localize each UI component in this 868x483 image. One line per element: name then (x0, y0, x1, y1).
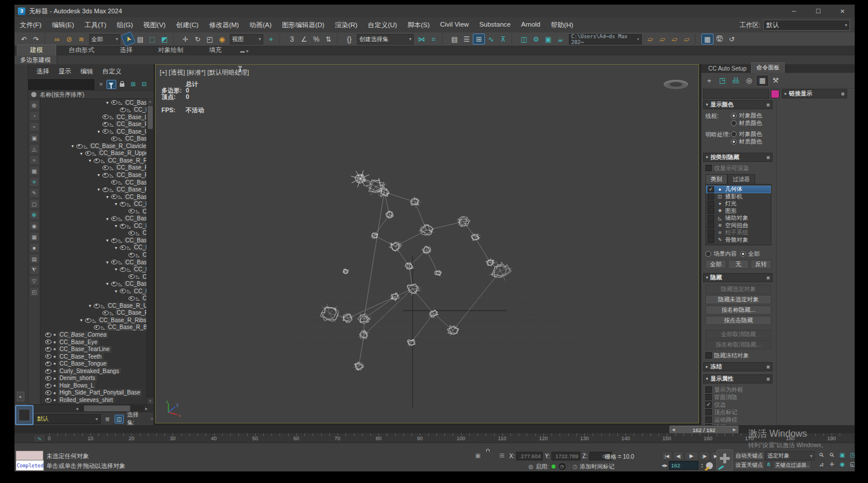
menu-修改器M[interactable]: 修改器(M) (204, 21, 244, 30)
angle-snap-icon[interactable]: ∠ (298, 34, 310, 45)
filter-icon[interactable] (106, 80, 116, 89)
expand-arrow-icon[interactable]: ▼ (70, 144, 75, 148)
close-button[interactable]: ✕ (830, 5, 855, 17)
visibility-eye-icon[interactable] (120, 202, 126, 207)
visibility-eye-icon[interactable] (120, 245, 126, 250)
select-place-icon[interactable]: ◉ (216, 34, 228, 45)
selection-filter-icon[interactable]: ■ (30, 243, 39, 253)
tree-row[interactable]: ●CC_Base_Eye (41, 338, 146, 346)
tree-row[interactable]: ◺CC_Base_R_Upper (41, 309, 146, 317)
button-按点击隐藏[interactable]: 按点击隐藏 (705, 316, 771, 325)
visibility-eye-icon[interactable] (120, 108, 126, 112)
tree-row[interactable]: ▼◺CC_Base_R_Forea (41, 171, 146, 179)
menu-渲染R[interactable]: 渲染(R) (330, 21, 363, 30)
category-图形[interactable]: ❖图形 (706, 208, 771, 215)
key-filters-icon[interactable]: ⋔ (766, 461, 771, 467)
category-辅助对象[interactable]: ◺辅助对象 (706, 215, 771, 222)
rollout-header-freeze[interactable]: ▸冻结 (703, 362, 773, 371)
zoom-extents-icon[interactable]: ▣ (837, 451, 847, 459)
visibility-eye-icon[interactable] (111, 260, 117, 264)
visibility-eye-icon[interactable] (102, 165, 109, 170)
category-灯光[interactable]: ✦灯光 (706, 200, 771, 208)
note-icon[interactable]: ▤ (30, 254, 39, 264)
tab-对象绘制[interactable]: 对象绘制 (145, 45, 196, 56)
tab-CC Auto Setup[interactable]: CC Auto Setup (704, 65, 751, 73)
scroll-thumb[interactable] (148, 106, 153, 129)
link-icon[interactable]: ∞ (51, 34, 63, 45)
tree-row[interactable]: ▼◺CC_Base_R_Mi (41, 215, 146, 223)
tree-row[interactable]: ◺CC_Base_R_Breast (41, 324, 146, 331)
key-filters-button[interactable]: 关键点过滤器.. (773, 460, 811, 470)
expand-arrow-icon[interactable]: ▼ (87, 158, 93, 163)
rollout-header-display-color[interactable]: ▾显示颜色 (703, 100, 773, 109)
visibility-eye-icon[interactable] (120, 289, 126, 293)
rollout-header-hide-by-category[interactable]: ▾按类别隐藏 (703, 153, 773, 162)
expand-arrow-icon[interactable]: ▼ (113, 202, 119, 206)
tree-row[interactable]: ▼◺CC_Base_R_Upperar (41, 302, 146, 309)
visibility-eye-icon[interactable] (45, 347, 52, 352)
selected-objects-dropdown[interactable]: 选定对象▾ (765, 451, 815, 460)
set-key-mode-button[interactable]: 设置关键点 (734, 460, 765, 470)
shaded-option-对象颜色[interactable]: 对象颜色 (731, 130, 762, 138)
category-摄影机[interactable]: ◫摄影机 (706, 193, 771, 201)
spacewarp-filter-icon[interactable]: ≈ (30, 155, 39, 165)
menu-工具T[interactable]: 工具(T) (79, 21, 112, 30)
collapse-all-icon[interactable]: ⊟ (139, 80, 149, 89)
spinner-snap-icon[interactable]: ⇅ (322, 34, 334, 45)
hscroll-thumb[interactable] (84, 405, 130, 411)
prop-背面消隐[interactable]: 背面消隐 (705, 393, 771, 401)
visibility-eye-icon[interactable] (102, 187, 109, 192)
render-setup-icon[interactable]: ⚙ (530, 34, 542, 45)
tree-row[interactable]: ●Denim_shorts (41, 375, 146, 382)
project-path-dropdown[interactable]: C:\Users\Ad⋯ds Max 202⋯▾ (569, 34, 642, 45)
hierarchy-icon[interactable]: 品 (729, 75, 742, 87)
frame-step-icons[interactable]: ◀▶ (661, 463, 668, 468)
explorer-menu-自定义[interactable]: 自定义 (102, 67, 122, 76)
selection-set-dropdown[interactable]: 默认▾ (34, 414, 101, 424)
tab-填充[interactable]: 填充 (196, 45, 234, 56)
tree-row[interactable]: ▼◺CC_Base_R_RibsTwist (41, 316, 146, 324)
zoom-extents-all-icon[interactable]: ◳ (848, 451, 855, 459)
container-filter-icon[interactable]: ▢ (30, 199, 39, 209)
tree-row[interactable]: ▼◺CC_Base_R_In (41, 193, 146, 201)
tree-row[interactable]: ◺CC_Base_ (41, 273, 146, 281)
visibility-eye-icon[interactable] (85, 151, 91, 156)
create-selection-set-dropdown[interactable]: 创建选择集▾ (357, 34, 414, 45)
hide-frozen-checkbox[interactable]: 隐藏冻结对象 (703, 352, 773, 359)
visibility-eye-icon[interactable] (102, 122, 109, 127)
expand-arrow-icon[interactable]: ▼ (87, 304, 93, 308)
utilities-icon[interactable]: ⚒ (769, 75, 782, 87)
all-radio[interactable] (740, 251, 746, 257)
maximize-button[interactable]: ☐ (806, 5, 830, 17)
scale-icon[interactable]: ◰ (204, 34, 216, 45)
scroll-down-icon[interactable]: ˅ (147, 398, 153, 404)
hidden-filter-icon[interactable]: ◉ (30, 221, 39, 231)
autosave-12-icon[interactable]: ⑫ (713, 34, 726, 45)
tree-row[interactable]: ▼◺CC_Base_R_Upperarm (41, 150, 146, 157)
funnel-off-icon[interactable]: ⧨ (30, 265, 39, 275)
visibility-eye-icon[interactable] (94, 158, 100, 163)
layers-icon[interactable]: ≣ (103, 415, 112, 423)
viewcube[interactable] (663, 78, 689, 91)
visibility-eye-icon[interactable] (111, 137, 117, 141)
tree-row[interactable]: ▼◺CC_Base_R_Clavicle (41, 142, 146, 150)
expand-arrow-icon[interactable]: ▼ (113, 224, 119, 228)
pan-icon[interactable]: ✛ (827, 460, 837, 469)
rect-selection-icon[interactable]: ⬚ (146, 34, 159, 45)
menu-编辑E[interactable]: 编辑(E) (47, 21, 79, 30)
tree-row[interactable]: ◺CC_Base_R_Ey (41, 121, 146, 128)
bind-spacewarp-icon[interactable]: ≋ (75, 34, 87, 45)
ref-coord-dropdown[interactable]: 视图▾ (230, 34, 263, 45)
key-mode-icon[interactable] (706, 462, 713, 469)
explorer-menu-编辑[interactable]: 编辑 (80, 67, 93, 76)
expand-arrow-icon[interactable]: ▼ (96, 187, 101, 191)
time-slider-handle[interactable]: ◀ 162 / 192 ▶ (670, 426, 738, 434)
tree-row[interactable]: ●Hair_Bows_L (41, 382, 146, 389)
panel-expand-button[interactable]: ▸ (17, 392, 24, 401)
button-无[interactable]: 无 (728, 260, 749, 269)
visibility-eye-icon[interactable] (45, 369, 52, 374)
tree-row[interactable]: ◺CC_Bas (41, 106, 146, 114)
visibility-eye-icon[interactable] (128, 274, 135, 279)
visibility-eye-icon[interactable] (45, 362, 52, 366)
more-chevron-icon[interactable]: » (150, 416, 153, 422)
